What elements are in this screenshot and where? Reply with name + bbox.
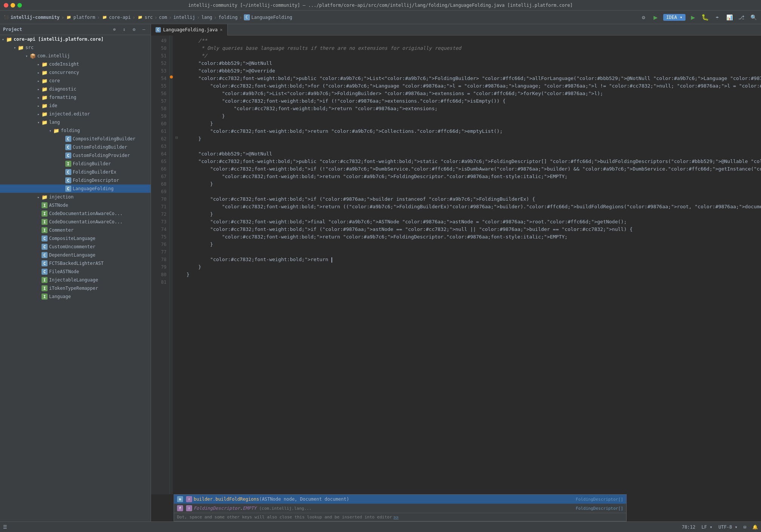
fold-74[interactable] [173, 224, 180, 232]
line-ending[interactable]: LF ▾ [701, 524, 712, 530]
fold-57[interactable] [173, 96, 180, 103]
tree-item-10[interactable]: ▾📁lang [0, 118, 151, 126]
fold-80[interactable] [173, 269, 180, 277]
tree-item-6[interactable]: ▸📁diagnostic [0, 85, 151, 93]
tree-item-11[interactable]: ▾📁folding [0, 126, 151, 135]
notification-icon[interactable]: 🔔 [752, 524, 758, 530]
fold-81[interactable] [173, 277, 180, 284]
nav-class[interactable]: LanguageFolding [251, 15, 292, 20]
tree-item-8[interactable]: ▸📁ide [0, 101, 151, 110]
tree-item-31[interactable]: ILanguage [0, 292, 151, 301]
nav-src[interactable]: src [145, 15, 153, 20]
fold-75[interactable] [173, 232, 180, 239]
tree-item-17[interactable]: CFoldingDescriptor [0, 176, 151, 185]
fold-77[interactable] [173, 247, 180, 254]
fold-67[interactable] [173, 171, 180, 179]
hint-link[interactable]: >> [394, 515, 399, 520]
autocomplete-item-1[interactable]: f ↑ FoldingDescriptor.EMPTY (com.intelli… [174, 504, 626, 513]
tree-item-15[interactable]: IFoldingBuilder [0, 160, 151, 168]
tree-item-3[interactable]: ▸📁codeInsight [0, 60, 151, 68]
tree-item-22[interactable]: ICodeDocumentationAwareCo... [0, 218, 151, 226]
profile-icon[interactable]: 📊 [725, 13, 734, 22]
fold-60[interactable] [173, 118, 180, 126]
tree-item-19[interactable]: ▸📁injection [0, 193, 151, 201]
nav-platform[interactable]: platform [73, 15, 95, 20]
tree-item-13[interactable]: CCustomFoldingBuilder [0, 143, 151, 151]
nav-com[interactable]: com [159, 15, 167, 20]
tree-item-27[interactable]: CFCTSBackedLighterAST [0, 259, 151, 268]
debug-icon[interactable]: 🐛 [701, 13, 710, 22]
settings-gear-icon[interactable]: ⚙ [130, 26, 138, 33]
minimize-button[interactable] [11, 3, 15, 8]
nav-core-api[interactable]: core-api [109, 15, 131, 20]
fold-56[interactable] [173, 88, 180, 96]
fold-76[interactable] [173, 239, 180, 247]
encoding[interactable]: UTF-8 ▾ [718, 524, 738, 530]
tree-item-26[interactable]: CDependentLanguage [0, 251, 151, 259]
tree-item-30[interactable]: IiTokenTypeRemapper [0, 284, 151, 292]
tree-item-21[interactable]: ICodeDocumentationAwareCo... [0, 209, 151, 218]
fold-66[interactable] [173, 164, 180, 171]
fold-73[interactable] [173, 217, 180, 224]
fold-arrow[interactable]: ⊟ [174, 134, 180, 141]
tree-item-0[interactable]: ▾📁core-api [intellij.platform.core] [0, 35, 151, 43]
fold-70[interactable] [173, 194, 180, 201]
tree-item-18[interactable]: CLanguageFolding [0, 185, 151, 193]
fold-72[interactable] [173, 209, 180, 217]
code-lines[interactable]: /** * Only queries base language results… [180, 35, 761, 494]
nav-intellij[interactable]: intellij [173, 15, 195, 20]
fold-65[interactable] [173, 156, 180, 164]
nav-folding[interactable]: folding [219, 15, 238, 20]
tree-item-7[interactable]: ▸📁formatting [0, 93, 151, 101]
fold-61[interactable] [173, 126, 180, 134]
locate-icon[interactable]: ⊕ [111, 26, 118, 33]
close-button[interactable] [4, 3, 8, 8]
fold-54[interactable] [173, 73, 180, 81]
maximize-button[interactable] [17, 3, 22, 8]
nav-lang[interactable]: lang [201, 15, 212, 20]
cursor-position[interactable]: 78:12 [682, 524, 695, 530]
fold-59[interactable] [173, 111, 180, 118]
tree-item-29[interactable]: IInjectableLanguage [0, 276, 151, 284]
git-icon[interactable]: ⎇ [737, 13, 746, 22]
tab-languagefolding[interactable]: C LanguageFolding.java × [151, 24, 228, 35]
fold-51[interactable] [173, 51, 180, 58]
tree-item-24[interactable]: CCompositeLanguage [0, 234, 151, 243]
autocomplete-item-0[interactable]: m ↑ builder.buildFoldRegions(ASTNode nod… [174, 495, 626, 504]
fold-52[interactable] [173, 58, 180, 66]
fold-53[interactable] [173, 66, 180, 73]
idea-dropdown[interactable]: IDEA ▾ [663, 14, 686, 21]
run-icon[interactable]: ▶ [651, 13, 660, 22]
tree-item-23[interactable]: ICommenter [0, 226, 151, 234]
fold-78[interactable] [173, 254, 180, 262]
hide-icon[interactable]: — [140, 26, 148, 33]
tree-item-5[interactable]: ▸📁core [0, 77, 151, 85]
tree-item-2[interactable]: ▾📦com.intellij [0, 52, 151, 60]
fold-68[interactable] [173, 179, 180, 186]
fold-62[interactable]: ⊟ [173, 134, 180, 141]
code-scroll[interactable]: 4950515253545556575859606162636465666768… [151, 35, 761, 494]
tree-item-28[interactable]: CFileASTNode [0, 268, 151, 276]
fold-63[interactable] [173, 141, 180, 149]
tree-item-1[interactable]: ▾📁src [0, 43, 151, 52]
nav-project[interactable]: intellij-community [11, 15, 60, 20]
tree-item-25[interactable]: CCustomUncommenter [0, 243, 151, 251]
tree-item-12[interactable]: CCompositeFoldingBuilder [0, 135, 151, 143]
statusbar-menu-icon[interactable]: ☰ [3, 524, 7, 530]
tree-item-16[interactable]: CFoldingBuilderEx [0, 168, 151, 176]
fold-58[interactable] [173, 103, 180, 111]
build-icon[interactable]: ▶ [689, 13, 698, 22]
fold-79[interactable] [173, 262, 180, 269]
fold-55[interactable] [173, 81, 180, 88]
coverage-icon[interactable]: ☂ [713, 13, 722, 22]
fold-71[interactable] [173, 201, 180, 209]
tab-close-icon[interactable]: × [220, 27, 223, 32]
tree-item-4[interactable]: ▸📁concurrency [0, 68, 151, 77]
tree-item-9[interactable]: ▸📁injected.editor [0, 110, 151, 118]
settings-icon[interactable]: ⚙ [639, 13, 648, 22]
expand-icon[interactable]: ⇕ [120, 26, 128, 33]
fold-64[interactable] [173, 149, 180, 156]
tree-item-14[interactable]: CCustomFoldingProvider [0, 151, 151, 160]
tree-item-20[interactable]: IASTNode [0, 201, 151, 209]
search-icon[interactable]: 🔍 [749, 13, 758, 22]
